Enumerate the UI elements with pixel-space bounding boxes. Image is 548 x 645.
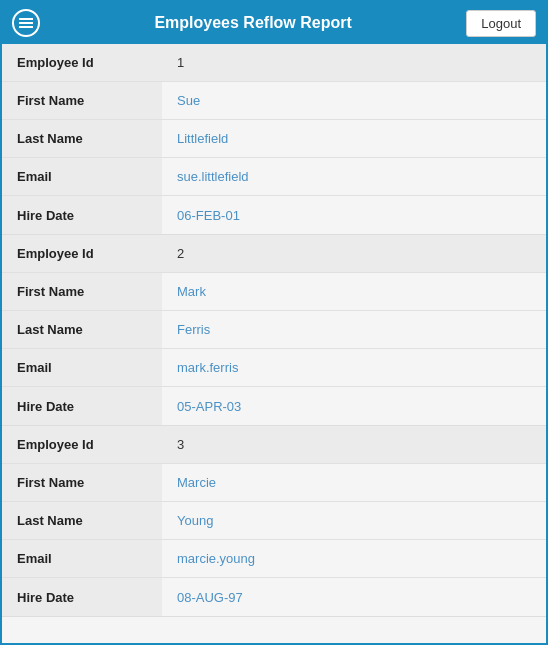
employee-record: Employee Id3First NameMarcieLast NameYou…	[2, 426, 546, 617]
field-value-email: mark.ferris	[162, 349, 546, 386]
field-row-first_name: First NameMark	[2, 273, 546, 311]
menu-icon[interactable]	[12, 9, 40, 37]
field-label-last_name: Last Name	[2, 502, 162, 539]
header: Employees Reflow Report Logout	[2, 2, 546, 44]
field-value-last_name: Ferris	[162, 311, 546, 348]
field-value-hire_date: 05-APR-03	[162, 387, 546, 425]
field-label-first_name: First Name	[2, 464, 162, 501]
field-row-hire_date: Hire Date06-FEB-01	[2, 196, 546, 234]
field-row-first_name: First NameMarcie	[2, 464, 546, 502]
field-label-first_name: First Name	[2, 273, 162, 310]
field-label-hire_date: Hire Date	[2, 196, 162, 234]
logout-button[interactable]: Logout	[466, 10, 536, 37]
field-row-first_name: First NameSue	[2, 82, 546, 120]
field-row-last_name: Last NameFerris	[2, 311, 546, 349]
field-label-email: Email	[2, 349, 162, 386]
field-label-last_name: Last Name	[2, 120, 162, 157]
field-value-first_name: Marcie	[162, 464, 546, 501]
field-value-employee_id: 3	[162, 426, 546, 463]
app-container: Employees Reflow Report Logout Employee …	[0, 0, 548, 645]
field-value-last_name: Littlefield	[162, 120, 546, 157]
field-row-last_name: Last NameLittlefield	[2, 120, 546, 158]
field-label-email: Email	[2, 158, 162, 195]
field-row-employee_id: Employee Id1	[2, 44, 546, 82]
field-row-hire_date: Hire Date08-AUG-97	[2, 578, 546, 616]
field-value-hire_date: 06-FEB-01	[162, 196, 546, 234]
field-value-first_name: Sue	[162, 82, 546, 119]
field-label-last_name: Last Name	[2, 311, 162, 348]
field-row-employee_id: Employee Id2	[2, 235, 546, 273]
field-value-email: sue.littlefield	[162, 158, 546, 195]
content-area: Employee Id1First NameSueLast NameLittle…	[2, 44, 546, 643]
page-title: Employees Reflow Report	[40, 14, 466, 32]
field-row-email: Emailmarcie.young	[2, 540, 546, 578]
hamburger-lines	[19, 22, 33, 24]
field-label-hire_date: Hire Date	[2, 387, 162, 425]
field-label-email: Email	[2, 540, 162, 577]
field-value-first_name: Mark	[162, 273, 546, 310]
field-value-hire_date: 08-AUG-97	[162, 578, 546, 616]
field-value-email: marcie.young	[162, 540, 546, 577]
field-value-employee_id: 1	[162, 44, 546, 81]
employee-record: Employee Id1First NameSueLast NameLittle…	[2, 44, 546, 235]
field-row-last_name: Last NameYoung	[2, 502, 546, 540]
field-label-first_name: First Name	[2, 82, 162, 119]
field-row-hire_date: Hire Date05-APR-03	[2, 387, 546, 425]
field-value-employee_id: 2	[162, 235, 546, 272]
field-label-hire_date: Hire Date	[2, 578, 162, 616]
field-label-employee_id: Employee Id	[2, 426, 162, 463]
field-value-last_name: Young	[162, 502, 546, 539]
field-label-employee_id: Employee Id	[2, 235, 162, 272]
field-label-employee_id: Employee Id	[2, 44, 162, 81]
field-row-email: Emailsue.littlefield	[2, 158, 546, 196]
employee-record: Employee Id2First NameMarkLast NameFerri…	[2, 235, 546, 426]
field-row-email: Emailmark.ferris	[2, 349, 546, 387]
field-row-employee_id: Employee Id3	[2, 426, 546, 464]
